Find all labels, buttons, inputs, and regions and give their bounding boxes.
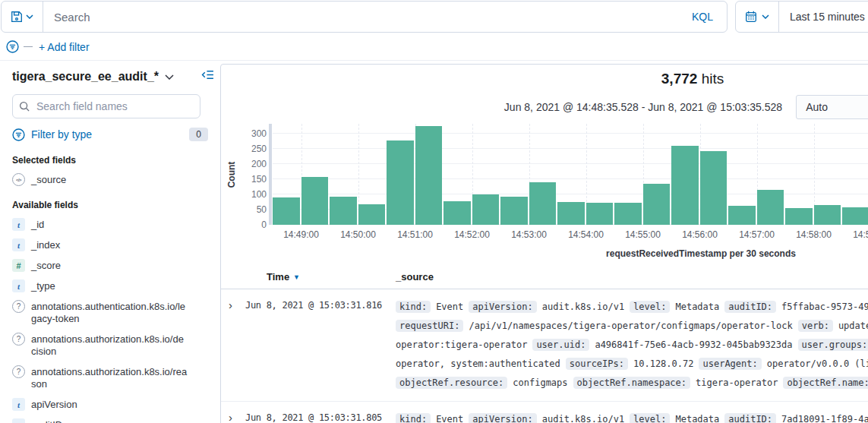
field-search-input[interactable]: Search field names <box>12 94 200 118</box>
histogram-bar-14:50:00[interactable] <box>358 204 386 225</box>
field-name: _type <box>31 279 188 292</box>
source-line: objectRef.resource:configmapsobjectRef.n… <box>396 373 868 392</box>
field-item-_index[interactable]: t_index <box>12 238 208 251</box>
y-tick-label: 200 <box>235 159 267 169</box>
field-name: _index <box>31 238 188 251</box>
selected-fields-list: </>_source <box>12 173 208 186</box>
field-item-_type[interactable]: t_type <box>12 279 208 292</box>
number-type-icon: # <box>12 259 25 272</box>
search-input[interactable]: Search KQL <box>43 2 727 32</box>
unknown-type-icon: ? <box>12 333 25 346</box>
y-tick-label: 300 <box>235 128 267 139</box>
hits-label: hits <box>702 71 724 87</box>
field-item-annotations-authorization-k8s-io-decision[interactable]: ?annotations.authorization.k8s.io/decisi… <box>12 333 208 358</box>
histogram-bar-14:53:00[interactable] <box>529 182 557 225</box>
field-value: configmaps <box>513 377 567 388</box>
histogram-bar-14:50:30[interactable] <box>387 140 414 225</box>
histogram-bar-14:48:30[interactable] <box>273 197 300 225</box>
field-name-badge: objectRef.namespace: <box>573 377 691 389</box>
source-type-icon: </> <box>12 173 25 186</box>
kql-button[interactable]: KQL <box>689 11 716 23</box>
field-name-badge: objectRef.name: <box>783 377 868 389</box>
table-row: ›Jun 8, 2021 @ 15:03:31.805kind:Eventapi… <box>221 402 868 423</box>
gridline <box>273 178 868 179</box>
field-item-annotations-authorization-k8s-io-reason[interactable]: ?annotations.authorization.k8s.io/reason <box>12 365 208 390</box>
histogram-bar-14:58:30[interactable] <box>842 207 868 225</box>
x-tick-label: 14:55:00 <box>616 229 671 240</box>
histogram-bar-14:52:00[interactable] <box>472 194 500 225</box>
x-tick-label: 14:56:00 <box>673 229 728 240</box>
field-value: 7ad18091-1f89-4a97-9cba <box>781 414 868 423</box>
histogram-bar-14:49:00[interactable] <box>301 177 329 225</box>
filter-by-type-button[interactable]: Filter by type <box>31 128 183 140</box>
interval-select[interactable]: Auto <box>796 95 868 119</box>
field-value: Event <box>436 414 463 423</box>
expand-row-icon[interactable]: › <box>229 409 245 423</box>
histogram-bar-14:57:30[interactable] <box>785 208 813 225</box>
row-source: kind:EventapiVersion:audit.k8s.io/v1leve… <box>396 409 868 423</box>
source-line: requestURI:/api/v1/namespaces/tigera-ope… <box>396 316 868 335</box>
histogram-bar-14:56:30[interactable] <box>728 206 756 225</box>
field-item-_source[interactable]: </>_source <box>12 173 208 186</box>
histogram-bar-14:51:00[interactable] <box>415 126 443 225</box>
field-item-_id[interactable]: t_id <box>12 218 208 231</box>
field-item-auditID[interactable]: tauditID <box>12 418 208 423</box>
field-name-badge: level: <box>630 413 670 423</box>
chevron-down-icon[interactable] <box>165 74 174 80</box>
histogram-bar-14:55:00[interactable] <box>643 184 671 225</box>
hits-number: 3,772 <box>661 71 698 87</box>
field-value: f5ffabac-9573-4918-a8e2 <box>781 301 868 312</box>
field-name-badge: sourceIPs: <box>566 358 628 370</box>
field-value: audit.k8s.io/v1 <box>542 414 624 423</box>
field-name: _source <box>31 173 188 186</box>
filter-icon[interactable] <box>6 40 19 53</box>
index-pattern-title[interactable]: tigera_secure_ee_audit_* <box>12 70 159 84</box>
source-line: kind:EventapiVersion:audit.k8s.io/v1leve… <box>396 297 868 316</box>
time-column-label: Time <box>267 271 289 283</box>
field-name-badge: level: <box>630 301 670 313</box>
y-tick-label: 250 <box>235 144 267 154</box>
add-filter-button[interactable]: + Add filter <box>39 41 90 53</box>
search-icon <box>19 101 30 112</box>
field-value: Metadata <box>675 414 719 423</box>
histogram-plot[interactable] <box>273 124 868 225</box>
field-value: audit.k8s.io/v1 <box>542 301 624 312</box>
histogram-bar-14:54:00[interactable] <box>586 203 614 225</box>
field-item-apiVersion[interactable]: tapiVersion <box>12 398 208 411</box>
collapse-sidebar-icon[interactable] <box>201 68 214 81</box>
calendar-icon <box>745 11 757 23</box>
histogram-bar-14:49:30[interactable] <box>330 197 357 225</box>
histogram-bar-14:58:00[interactable] <box>814 205 841 225</box>
field-name-badge: requestURI: <box>396 320 463 332</box>
fields-sidebar: tigera_secure_ee_audit_* Search field na… <box>0 61 220 423</box>
search-placeholder: Search <box>54 11 689 24</box>
time-column-header[interactable]: Time ▼ <box>267 271 396 283</box>
field-name-badge: objectRef.resource: <box>396 377 507 389</box>
histogram-bar-14:51:30[interactable] <box>443 201 471 225</box>
field-name-badge: auditID: <box>724 413 776 423</box>
x-tick-label: 14:58:00 <box>787 229 841 240</box>
histogram-bar-14:53:30[interactable] <box>557 202 585 225</box>
hits-count: 3,772 hits <box>221 71 868 87</box>
x-tick-label: 14:50:00 <box>331 229 386 240</box>
field-value: /api/v1/namespaces/tigera-operator/confi… <box>469 320 792 331</box>
field-item-annotations-authentication-k8s-io-legacy-token[interactable]: ?annotations.authentication.k8s.io/legac… <box>12 300 208 325</box>
histogram-bar-14:57:00[interactable] <box>757 190 784 225</box>
y-tick-label: 50 <box>235 204 267 215</box>
histogram-bar-14:54:30[interactable] <box>614 203 642 225</box>
histogram-bar-14:56:00[interactable] <box>700 151 728 225</box>
field-name-badge: auditID: <box>724 301 776 313</box>
string-type-icon: t <box>12 218 25 231</box>
expand-row-icon[interactable]: › <box>229 297 245 314</box>
date-picker-calendar-button[interactable] <box>736 2 779 32</box>
field-value: tigera-operator <box>696 377 778 388</box>
saved-query-button[interactable] <box>2 2 43 32</box>
x-tick-label: 14:49:00 <box>274 229 329 240</box>
field-item-_score[interactable]: #_score <box>12 259 208 272</box>
time-range-button[interactable]: Last 15 minutes <box>779 11 868 23</box>
filter-bar: + Add filter <box>0 33 868 61</box>
filter-icon <box>12 128 25 141</box>
field-name: annotations.authentication.k8s.io/legacy… <box>31 300 188 325</box>
histogram-bar-14:55:30[interactable] <box>671 146 699 225</box>
histogram-bar-14:52:30[interactable] <box>500 197 528 225</box>
